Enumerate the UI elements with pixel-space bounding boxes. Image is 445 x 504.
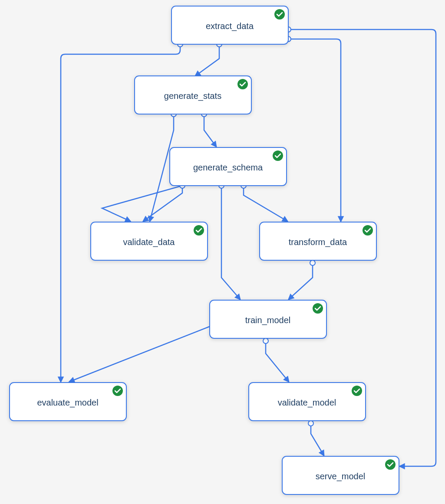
node-label: serve_model [316, 471, 366, 481]
edge-extract-data-to-transform-data [288, 39, 341, 221]
port [310, 260, 315, 265]
success-icon [385, 459, 396, 470]
edge-train-model-to-validate-model [266, 341, 289, 382]
svg-point-7 [194, 225, 204, 236]
edge-train-model-to-evaluate-model [69, 324, 215, 382]
node-generate-schema[interactable]: generate_schema [170, 147, 287, 186]
edge-generate-schema-to-validate-data-2 [102, 186, 182, 221]
success-icon [194, 225, 204, 236]
edge-extract-data-to-generate-stats [195, 44, 219, 76]
node-generate-stats[interactable]: generate_stats [135, 76, 251, 114]
node-label: extract_data [206, 21, 254, 31]
success-icon [352, 386, 362, 396]
edge-validate-model-to-serve-model [311, 423, 324, 455]
node-extract-data[interactable]: extract_data [171, 6, 288, 44]
node-validate-data[interactable]: validate_data [91, 222, 208, 260]
svg-point-9 [363, 225, 373, 236]
node-label: generate_schema [193, 163, 263, 173]
node-label: validate_data [123, 237, 175, 247]
svg-point-5 [273, 151, 283, 161]
edge-generate-schema-to-transform-data [244, 186, 287, 221]
node-label: generate_stats [164, 91, 221, 101]
success-icon [313, 303, 323, 314]
svg-point-11 [313, 303, 323, 314]
success-icon [112, 386, 123, 396]
node-label: transform_data [289, 237, 347, 247]
port [263, 338, 268, 344]
success-icon [273, 151, 283, 161]
node-label: validate_model [278, 398, 336, 408]
node-evaluate-model[interactable]: evaluate_model [10, 383, 126, 421]
success-icon [363, 225, 373, 236]
svg-point-15 [352, 386, 362, 396]
edge-generate-schema-to-train-model [221, 186, 240, 299]
node-validate-model[interactable]: validate_model [249, 383, 366, 421]
node-transform-data[interactable]: transform_data [260, 222, 376, 260]
node-train-model[interactable]: train_model [210, 300, 326, 338]
node-serve-model[interactable]: serve_model [282, 456, 399, 494]
svg-point-3 [237, 79, 248, 89]
edge-transform-data-to-train-model [289, 263, 313, 299]
success-icon [274, 9, 285, 20]
port [308, 421, 313, 426]
node-label: evaluate_model [37, 398, 98, 408]
success-icon [237, 79, 248, 89]
pipeline-diagram[interactable]: extract_data generate_stats generate_sch… [0, 0, 445, 504]
svg-point-17 [385, 459, 396, 470]
edge-generate-stats-to-generate-schema [204, 114, 216, 147]
svg-point-1 [274, 9, 285, 20]
svg-point-13 [112, 386, 123, 396]
node-label: train_model [245, 315, 291, 325]
